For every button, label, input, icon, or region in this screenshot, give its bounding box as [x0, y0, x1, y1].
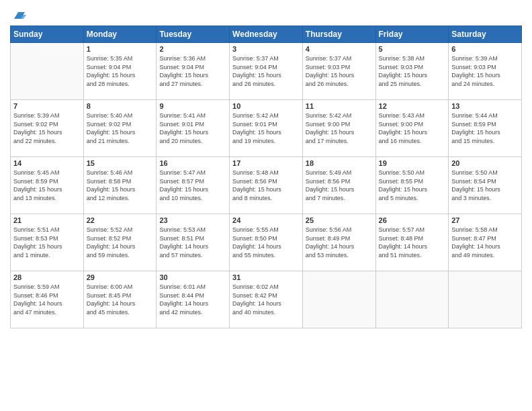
day-info: Sunrise: 5:45 AMSunset: 8:59 PMDaylight:… — [13, 169, 81, 202]
calendar-week-5: 28Sunrise: 5:59 AMSunset: 8:46 PMDayligh… — [11, 271, 522, 328]
day-number: 12 — [379, 102, 446, 110]
day-info: Sunrise: 5:49 AMSunset: 8:56 PMDaylight:… — [306, 169, 373, 202]
day-number: 23 — [159, 216, 226, 224]
day-number: 18 — [306, 159, 373, 167]
day-info: Sunrise: 5:44 AMSunset: 8:59 PMDaylight:… — [451, 111, 519, 145]
day-number: 26 — [379, 216, 446, 224]
calendar-cell: 8Sunrise: 5:40 AMSunset: 9:02 PMDaylight… — [83, 100, 157, 157]
calendar-cell: 3Sunrise: 5:37 AMSunset: 9:04 PMDaylight… — [230, 43, 303, 100]
calendar-cell: 4Sunrise: 5:37 AMSunset: 9:03 PMDaylight… — [302, 43, 375, 100]
day-number: 30 — [159, 273, 226, 281]
calendar-cell: 14Sunrise: 5:45 AMSunset: 8:59 PMDayligh… — [11, 157, 84, 214]
calendar-cell: 25Sunrise: 5:56 AMSunset: 8:49 PMDayligh… — [302, 214, 375, 271]
calendar-cell: 31Sunrise: 6:02 AMSunset: 8:42 PMDayligh… — [230, 271, 303, 328]
weekday-header-tuesday: Tuesday — [157, 26, 230, 43]
day-info: Sunrise: 5:48 AMSunset: 8:56 PMDaylight:… — [232, 169, 300, 202]
day-number: 3 — [232, 45, 300, 53]
day-info: Sunrise: 5:40 AMSunset: 9:02 PMDaylight:… — [87, 111, 154, 145]
day-number: 1 — [87, 45, 154, 53]
day-number: 31 — [232, 273, 300, 281]
calendar-cell: 17Sunrise: 5:48 AMSunset: 8:56 PMDayligh… — [230, 157, 303, 214]
day-number: 5 — [379, 45, 446, 53]
weekday-header-row: SundayMondayTuesdayWednesdayThursdayFrid… — [11, 26, 522, 43]
day-info: Sunrise: 5:43 AMSunset: 9:00 PMDaylight:… — [379, 111, 446, 145]
day-number: 4 — [306, 45, 373, 53]
calendar-cell: 7Sunrise: 5:39 AMSunset: 9:02 PMDaylight… — [11, 100, 84, 157]
day-number: 15 — [87, 159, 154, 167]
day-number: 14 — [13, 159, 81, 167]
calendar-cell: 20Sunrise: 5:50 AMSunset: 8:54 PMDayligh… — [449, 157, 522, 214]
day-number: 24 — [232, 216, 300, 224]
calendar-cell: 29Sunrise: 6:00 AMSunset: 8:45 PMDayligh… — [83, 271, 157, 328]
day-info: Sunrise: 5:50 AMSunset: 8:54 PMDaylight:… — [451, 169, 519, 202]
weekday-header-saturday: Saturday — [449, 26, 522, 43]
day-info: Sunrise: 5:57 AMSunset: 8:48 PMDaylight:… — [379, 226, 446, 259]
day-number: 28 — [13, 273, 81, 281]
day-info: Sunrise: 6:00 AMSunset: 8:45 PMDaylight:… — [87, 283, 154, 316]
calendar-cell: 16Sunrise: 5:47 AMSunset: 8:57 PMDayligh… — [157, 157, 230, 214]
day-info: Sunrise: 5:42 AMSunset: 9:00 PMDaylight:… — [306, 111, 373, 145]
day-number: 9 — [159, 102, 226, 110]
day-info: Sunrise: 5:56 AMSunset: 8:49 PMDaylight:… — [306, 226, 373, 259]
calendar-cell — [375, 271, 449, 328]
day-number: 20 — [451, 159, 519, 167]
day-number: 13 — [451, 102, 519, 110]
day-number: 6 — [451, 45, 519, 53]
calendar-cell: 10Sunrise: 5:42 AMSunset: 9:01 PMDayligh… — [230, 100, 303, 157]
weekday-header-sunday: Sunday — [11, 26, 84, 43]
day-number: 22 — [87, 216, 154, 224]
day-number: 7 — [13, 102, 81, 110]
day-number: 25 — [306, 216, 373, 224]
calendar-cell: 24Sunrise: 5:55 AMSunset: 8:50 PMDayligh… — [230, 214, 303, 271]
calendar-cell: 12Sunrise: 5:43 AMSunset: 9:00 PMDayligh… — [375, 100, 449, 157]
calendar-week-3: 14Sunrise: 5:45 AMSunset: 8:59 PMDayligh… — [11, 157, 522, 214]
calendar-week-1: 1Sunrise: 5:35 AMSunset: 9:04 PMDaylight… — [11, 43, 522, 100]
calendar-cell: 1Sunrise: 5:35 AMSunset: 9:04 PMDaylight… — [83, 43, 157, 100]
day-number: 10 — [232, 102, 300, 110]
day-number: 8 — [87, 102, 154, 110]
day-info: Sunrise: 5:42 AMSunset: 9:01 PMDaylight:… — [232, 111, 300, 145]
day-number: 21 — [13, 216, 81, 224]
day-info: Sunrise: 5:55 AMSunset: 8:50 PMDaylight:… — [232, 226, 300, 259]
calendar-cell — [11, 43, 84, 100]
calendar-cell: 18Sunrise: 5:49 AMSunset: 8:56 PMDayligh… — [302, 157, 375, 214]
day-info: Sunrise: 6:02 AMSunset: 8:42 PMDaylight:… — [232, 283, 300, 316]
logo-icon — [11, 7, 26, 21]
day-info: Sunrise: 5:46 AMSunset: 8:58 PMDaylight:… — [87, 169, 154, 202]
calendar-cell: 19Sunrise: 5:50 AMSunset: 8:55 PMDayligh… — [375, 157, 449, 214]
calendar-cell — [302, 271, 375, 328]
day-number: 17 — [232, 159, 300, 167]
day-info: Sunrise: 5:50 AMSunset: 8:55 PMDaylight:… — [379, 169, 446, 202]
calendar-cell: 21Sunrise: 5:51 AMSunset: 8:53 PMDayligh… — [11, 214, 84, 271]
day-info: Sunrise: 5:39 AMSunset: 9:02 PMDaylight:… — [13, 111, 81, 145]
calendar-cell — [449, 271, 522, 328]
calendar-cell: 13Sunrise: 5:44 AMSunset: 8:59 PMDayligh… — [449, 100, 522, 157]
calendar-cell: 2Sunrise: 5:36 AMSunset: 9:04 PMDaylight… — [157, 43, 230, 100]
day-info: Sunrise: 5:38 AMSunset: 9:03 PMDaylight:… — [379, 54, 446, 88]
weekday-header-monday: Monday — [83, 26, 157, 43]
day-info: Sunrise: 5:37 AMSunset: 9:03 PMDaylight:… — [306, 54, 373, 88]
day-info: Sunrise: 5:35 AMSunset: 9:04 PMDaylight:… — [87, 54, 154, 88]
calendar-cell: 28Sunrise: 5:59 AMSunset: 8:46 PMDayligh… — [11, 271, 84, 328]
calendar-cell: 30Sunrise: 6:01 AMSunset: 8:44 PMDayligh… — [157, 271, 230, 328]
calendar-table: SundayMondayTuesdayWednesdayThursdayFrid… — [10, 26, 522, 328]
calendar-cell: 27Sunrise: 5:58 AMSunset: 8:47 PMDayligh… — [449, 214, 522, 271]
calendar-cell: 11Sunrise: 5:42 AMSunset: 9:00 PMDayligh… — [302, 100, 375, 157]
day-info: Sunrise: 5:47 AMSunset: 8:57 PMDaylight:… — [159, 169, 226, 202]
day-number: 19 — [379, 159, 446, 167]
day-info: Sunrise: 5:36 AMSunset: 9:04 PMDaylight:… — [159, 54, 226, 88]
calendar-cell: 22Sunrise: 5:52 AMSunset: 8:52 PMDayligh… — [83, 214, 157, 271]
day-info: Sunrise: 5:37 AMSunset: 9:04 PMDaylight:… — [232, 54, 300, 88]
day-info: Sunrise: 5:39 AMSunset: 9:03 PMDaylight:… — [451, 54, 519, 88]
weekday-header-friday: Friday — [375, 26, 449, 43]
day-number: 11 — [306, 102, 373, 110]
calendar-week-4: 21Sunrise: 5:51 AMSunset: 8:53 PMDayligh… — [11, 214, 522, 271]
calendar-cell: 6Sunrise: 5:39 AMSunset: 9:03 PMDaylight… — [449, 43, 522, 100]
day-info: Sunrise: 6:01 AMSunset: 8:44 PMDaylight:… — [159, 283, 226, 316]
calendar-cell: 15Sunrise: 5:46 AMSunset: 8:58 PMDayligh… — [83, 157, 157, 214]
day-info: Sunrise: 5:52 AMSunset: 8:52 PMDaylight:… — [87, 226, 154, 259]
calendar-cell: 9Sunrise: 5:41 AMSunset: 9:01 PMDaylight… — [157, 100, 230, 157]
calendar-cell: 23Sunrise: 5:53 AMSunset: 8:51 PMDayligh… — [157, 214, 230, 271]
weekday-header-wednesday: Wednesday — [230, 26, 303, 43]
day-number: 29 — [87, 273, 154, 281]
